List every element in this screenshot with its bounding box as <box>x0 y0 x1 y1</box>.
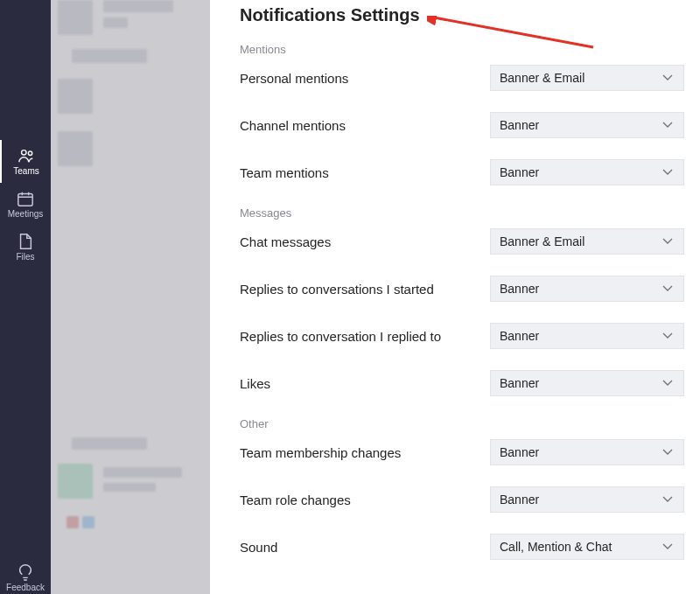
dropdown-value: Banner <box>500 329 539 343</box>
dropdown-value: Banner <box>500 376 539 390</box>
personal-mentions-dropdown[interactable]: Banner & Email <box>490 65 684 91</box>
team-membership-dropdown[interactable]: Banner <box>490 439 684 465</box>
section-heading-other: Other <box>240 417 684 430</box>
chevron-down-icon <box>661 375 675 392</box>
setting-row-team-membership: Team membership changes Banner <box>240 439 684 465</box>
sound-dropdown[interactable]: Call, Mention & Chat <box>490 534 684 560</box>
likes-dropdown[interactable]: Banner <box>490 370 684 396</box>
calendar-icon <box>16 190 35 207</box>
people-icon <box>17 147 36 164</box>
setting-label: Personal mentions <box>240 71 348 86</box>
setting-row-replies-replied: Replies to conversation I replied to Ban… <box>240 323 684 349</box>
replies-started-dropdown[interactable]: Banner <box>490 276 684 302</box>
dropdown-value: Banner <box>500 118 539 132</box>
lightbulb-icon <box>16 563 35 583</box>
setting-row-team-mentions: Team mentions Banner <box>240 159 684 185</box>
app-rail: Teams Meetings Files Feedback <box>0 0 51 594</box>
team-role-dropdown[interactable]: Banner <box>490 486 684 513</box>
rail-item-label: Feedback <box>6 583 45 592</box>
conversations-column <box>51 0 210 594</box>
chevron-down-icon <box>661 164 675 181</box>
chevron-down-icon <box>661 492 675 508</box>
chevron-down-icon <box>661 444 675 461</box>
setting-label: Chat messages <box>240 234 331 249</box>
rail-item-files[interactable]: Files <box>0 226 51 269</box>
svg-point-1 <box>28 151 32 155</box>
setting-row-channel-mentions: Channel mentions Banner <box>240 112 684 138</box>
rail-item-meetings[interactable]: Meetings <box>0 183 51 226</box>
setting-label: Replies to conversation I replied to <box>240 329 441 344</box>
dropdown-value: Banner <box>500 445 539 459</box>
rail-item-teams[interactable]: Teams <box>0 140 51 183</box>
section-heading-mentions: Mentions <box>240 43 684 56</box>
chevron-down-icon <box>661 70 675 87</box>
dropdown-value: Banner & Email <box>500 71 584 85</box>
setting-row-personal-mentions: Personal mentions Banner & Email <box>240 65 684 91</box>
notifications-settings-panel: Notifications Settings Mentions Personal… <box>210 0 700 594</box>
setting-label: Team membership changes <box>240 445 401 460</box>
setting-row-team-role: Team role changes Banner <box>240 486 684 513</box>
chevron-down-icon <box>661 281 675 297</box>
setting-row-sound: Sound Call, Mention & Chat <box>240 534 684 560</box>
setting-label: Team role changes <box>240 493 351 507</box>
rail-item-feedback[interactable]: Feedback <box>0 563 51 594</box>
file-icon <box>16 233 35 250</box>
dropdown-value: Banner <box>500 165 539 179</box>
setting-row-likes: Likes Banner <box>240 370 684 396</box>
rail-item-label: Teams <box>13 166 38 176</box>
setting-row-replies-started: Replies to conversations I started Banne… <box>240 276 684 302</box>
chevron-down-icon <box>661 539 675 556</box>
setting-label: Channel mentions <box>240 118 346 133</box>
setting-label: Replies to conversations I started <box>240 282 434 297</box>
chevron-down-icon <box>661 328 675 345</box>
dropdown-value: Call, Mention & Chat <box>500 540 612 554</box>
svg-point-0 <box>22 150 26 155</box>
chevron-down-icon <box>661 234 675 250</box>
setting-label: Sound <box>240 540 277 555</box>
dropdown-value: Banner <box>500 282 539 296</box>
chat-messages-dropdown[interactable]: Banner & Email <box>490 228 684 255</box>
chevron-down-icon <box>661 117 675 134</box>
setting-label: Likes <box>240 376 270 391</box>
channel-mentions-dropdown[interactable]: Banner <box>490 112 684 138</box>
page-title: Notifications Settings <box>240 5 684 25</box>
setting-row-chat-messages: Chat messages Banner & Email <box>240 228 684 255</box>
rail-item-label: Files <box>16 252 34 262</box>
setting-label: Team mentions <box>240 165 329 180</box>
svg-rect-2 <box>18 194 32 206</box>
rail-item-label: Meetings <box>8 209 44 219</box>
dropdown-value: Banner & Email <box>500 234 584 248</box>
replies-replied-dropdown[interactable]: Banner <box>490 323 684 349</box>
team-mentions-dropdown[interactable]: Banner <box>490 159 684 185</box>
section-heading-messages: Messages <box>240 206 684 220</box>
dropdown-value: Banner <box>500 493 539 507</box>
